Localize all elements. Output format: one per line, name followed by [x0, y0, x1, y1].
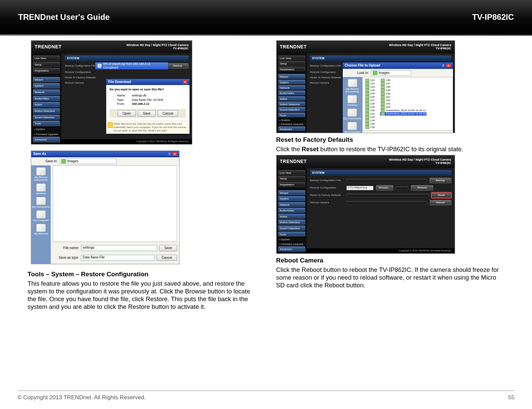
- nav-sub-firmware[interactable]: • Firmware Upgrade: [33, 132, 60, 136]
- nav-sub-system[interactable]: • System: [278, 118, 305, 121]
- nav-registration[interactable]: Registration: [33, 68, 60, 73]
- browse-button[interactable]: Browse...: [376, 185, 393, 191]
- nav-audiovideo[interactable]: Audio/Video: [278, 208, 305, 213]
- file-item[interactable]: 141: [380, 95, 426, 99]
- nav-registration[interactable]: Registration: [278, 182, 305, 187]
- nav-sound[interactable]: Sound Detection: [278, 107, 305, 111]
- file-item[interactable]: 121: [365, 79, 375, 82]
- file-item[interactable]: 127: [365, 99, 375, 102]
- file-item[interactable]: 139: [380, 89, 426, 92]
- nav-advanced[interactable]: Advanced: [278, 126, 305, 131]
- restore-button[interactable]: Restore: [411, 185, 433, 191]
- file-item[interactable]: 140: [380, 92, 426, 95]
- nav-tools[interactable]: Tools: [278, 113, 305, 117]
- file-item[interactable]: 138: [380, 85, 426, 89]
- nav-registration[interactable]: Registration: [278, 67, 305, 71]
- nav-system[interactable]: System: [33, 83, 60, 88]
- nav-system[interactable]: System: [278, 196, 305, 201]
- nav-action[interactable]: Action: [33, 102, 60, 107]
- file-item[interactable]: 128: [365, 102, 375, 106]
- lookin-dropdown[interactable]: Images: [371, 70, 411, 76]
- file-item[interactable]: 125: [365, 92, 375, 95]
- file-item[interactable]: 143: [380, 102, 426, 106]
- nav-liveview[interactable]: Live View: [278, 170, 305, 175]
- file-item[interactable]: Screenshot_2013-10-04 14 29 11: [380, 109, 426, 112]
- file-item[interactable]: 131: [365, 112, 375, 116]
- nav-sound[interactable]: Sound Detection: [278, 226, 305, 231]
- cancel-button[interactable]: Cancel: [157, 255, 177, 261]
- nav-network[interactable]: Network: [33, 89, 60, 95]
- nav-network[interactable]: Network: [278, 202, 305, 207]
- savein-dropdown[interactable]: Images: [59, 159, 117, 164]
- place-desktop[interactable]: Desktop: [36, 183, 46, 195]
- nav-tools[interactable]: Tools: [33, 121, 60, 126]
- nav-tools[interactable]: Tools: [278, 232, 305, 237]
- file-item[interactable]: 136: [380, 79, 426, 82]
- nav-network[interactable]: Network: [278, 85, 305, 89]
- file-item[interactable]: 144: [380, 106, 426, 109]
- place-recent[interactable]: My Recent Documents: [32, 167, 50, 181]
- file-item[interactable]: 132: [365, 116, 375, 119]
- close-icon[interactable]: ×: [172, 152, 177, 156]
- nav-wizard[interactable]: Wizard: [278, 74, 305, 78]
- reboot-button[interactable]: Reboot: [430, 200, 451, 205]
- nav-sub-firmware[interactable]: • Firmware Upgrade: [278, 242, 305, 246]
- nav-audiovideo[interactable]: Audio/Video: [278, 90, 305, 95]
- file-item[interactable]: 126: [365, 95, 375, 99]
- place-mydocs[interactable]: My Documents: [343, 109, 361, 120]
- file-list[interactable]: 1211221231241251261271281291301311321331…: [362, 77, 453, 131]
- save-button[interactable]: Save: [159, 245, 177, 251]
- nav-system[interactable]: System: [278, 80, 305, 84]
- save-button[interactable]: Save: [138, 110, 156, 117]
- nav-motion[interactable]: Motion Detection: [33, 108, 60, 114]
- nav-setup[interactable]: Setup: [278, 176, 305, 181]
- file-item[interactable]: 124: [365, 89, 375, 92]
- file-item[interactable]: 133: [365, 119, 375, 122]
- nav-sub-system[interactable]: • System: [278, 237, 305, 241]
- cancel-button[interactable]: Cancel: [158, 110, 178, 117]
- nav-advanced[interactable]: Advanced: [33, 137, 60, 142]
- file-item[interactable]: 130: [365, 109, 375, 112]
- place-mynet[interactable]: My Network: [34, 224, 48, 235]
- restore-path-input[interactable]: C:\TV-IP862IC\ima: [346, 186, 373, 190]
- nav-wizard[interactable]: Wizard: [278, 190, 305, 195]
- file-item[interactable]: 123: [365, 85, 375, 89]
- place-desktop[interactable]: Desktop: [347, 95, 357, 107]
- file-list-empty[interactable]: [53, 165, 177, 242]
- nav-action[interactable]: Action: [278, 96, 305, 100]
- nav-setup[interactable]: Setup: [33, 62, 60, 67]
- nav-liveview[interactable]: Live View: [33, 55, 60, 61]
- close-icon[interactable]: ×: [183, 80, 188, 84]
- saveastype-dropdown[interactable]: Data Base File: [81, 255, 155, 261]
- nav-setup[interactable]: Setup: [278, 61, 305, 65]
- nav-action[interactable]: Action: [278, 214, 305, 219]
- file-item[interactable]: 142: [380, 99, 426, 102]
- nav-liveview[interactable]: Live View: [278, 55, 305, 60]
- nav-motion[interactable]: Motion Detection: [278, 219, 305, 224]
- backup-button[interactable]: Backup: [167, 63, 189, 69]
- nav-advanced[interactable]: Advanced: [278, 246, 305, 251]
- nav-sound[interactable]: Sound Detection: [33, 115, 60, 120]
- file-item[interactable]: 135: [365, 126, 375, 129]
- file-item[interactable]: Screenshot_2013-10-04 14 35 50: [380, 112, 426, 116]
- nav-sub-firmware[interactable]: • Firmware Upgrade: [278, 122, 305, 125]
- reset-button[interactable]: Reset: [432, 193, 451, 198]
- help-icon[interactable]: ?: [441, 64, 446, 68]
- place-mycomp[interactable]: My Computer: [344, 122, 360, 133]
- nav-audiovideo[interactable]: Audio/Video: [33, 96, 60, 101]
- nav-motion[interactable]: Motion Detection: [278, 101, 305, 106]
- help-icon[interactable]: ?: [167, 152, 172, 156]
- nav-sub-system[interactable]: • System: [33, 127, 60, 131]
- file-item[interactable]: 122: [365, 82, 375, 85]
- open-button[interactable]: Open: [118, 110, 136, 117]
- file-item[interactable]: 129: [365, 106, 375, 109]
- file-item[interactable]: 134: [365, 122, 375, 126]
- nav-wizard[interactable]: Wizard: [33, 77, 60, 82]
- file-item[interactable]: 137: [380, 82, 426, 85]
- backup-button[interactable]: Backup: [429, 178, 451, 183]
- close-icon[interactable]: ×: [446, 64, 451, 68]
- filename-input[interactable]: settings: [81, 245, 157, 251]
- place-mydocs[interactable]: My Documents: [32, 197, 50, 208]
- place-recent[interactable]: My Recent Documents: [343, 79, 362, 93]
- place-mycomp[interactable]: My Computer: [33, 210, 49, 222]
